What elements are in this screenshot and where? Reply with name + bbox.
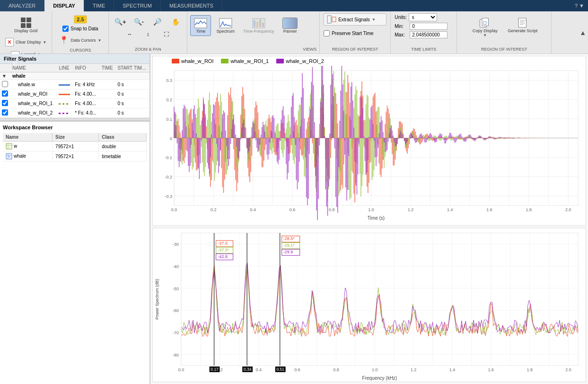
svg-rect-360	[464, 137, 464, 138]
views-section: Time Spectrum	[187, 11, 320, 54]
svg-rect-902	[203, 100, 203, 138]
svg-rect-794	[498, 138, 499, 139]
display-grid-button[interactable]: Display Grid	[12, 15, 40, 35]
svg-rect-1055	[358, 138, 358, 175]
svg-rect-1118	[421, 134, 421, 138]
svg-rect-735	[439, 138, 439, 140]
svg-rect-1147	[450, 133, 451, 138]
tab-time[interactable]: TIME	[84, 0, 114, 11]
svg-rect-1134	[437, 138, 438, 139]
collapse-button[interactable]: ▲	[578, 11, 588, 54]
signal-group-row[interactable]: ▼ whale	[0, 72, 149, 80]
max-input[interactable]	[410, 31, 448, 38]
svg-rect-1177	[481, 136, 481, 138]
pan-button[interactable]: ✋	[167, 16, 184, 27]
svg-rect-1075	[378, 138, 378, 148]
svg-rect-1095	[398, 138, 398, 139]
list-item[interactable]: whale_w_ROI_1 Fs: 4.00... 0 s	[0, 99, 149, 108]
svg-rect-763	[466, 136, 467, 138]
time-chart[interactable]: -0.3-0.2-0.100.10.20.30.00.20.40.60.81.0…	[153, 66, 586, 222]
tab-analyzer[interactable]: ANALYZER	[0, 0, 44, 11]
min-input[interactable]	[410, 23, 448, 30]
zoom-fit-button[interactable]: 🔎	[149, 16, 166, 27]
svg-rect-949	[251, 137, 251, 138]
svg-rect-803	[507, 138, 508, 139]
svg-rect-307	[410, 138, 411, 139]
svg-rect-1115	[418, 137, 419, 138]
svg-rect-1065	[368, 138, 368, 161]
svg-rect-324	[427, 134, 428, 138]
svg-rect-1119	[422, 136, 422, 138]
time-frequency-view-button[interactable]: Time-Frequency	[240, 15, 277, 36]
svg-rect-980	[282, 110, 282, 138]
svg-rect-954	[255, 138, 256, 141]
svg-rect-1088	[391, 125, 391, 138]
svg-rect-1153	[456, 138, 457, 141]
svg-rect-1191	[495, 138, 495, 140]
zoom-in-button[interactable]: 🔍+	[112, 16, 129, 27]
svg-rect-783	[487, 138, 487, 139]
svg-rect-120	[221, 138, 222, 169]
zoom-region-x-button[interactable]: ↔	[121, 29, 138, 39]
svg-rect-1143	[447, 138, 447, 141]
tab-display[interactable]: DISPLAY	[44, 0, 84, 11]
signal-checkbox[interactable]	[2, 90, 8, 97]
zoom-region-xy-button[interactable]: ⛶	[158, 29, 175, 39]
svg-rect-306	[409, 138, 410, 144]
svg-rect-126	[227, 115, 228, 138]
svg-rect-1175	[479, 135, 479, 138]
signal-checkbox[interactable]	[2, 100, 8, 106]
tab-spectrum[interactable]: SPECTRUM	[114, 0, 161, 11]
svg-rect-1168	[472, 137, 472, 138]
svg-rect-150	[252, 138, 252, 156]
link-time-checkbox[interactable]	[12, 61, 18, 67]
signal-checkbox[interactable]	[2, 109, 8, 116]
svg-rect-402	[506, 137, 507, 138]
svg-rect-156	[257, 112, 258, 138]
svg-point-23	[8, 155, 10, 157]
zoom-out-button[interactable]: 🔍-	[130, 16, 147, 27]
svg-text:2.0: 2.0	[565, 207, 571, 212]
time-view-button[interactable]: Time	[190, 15, 211, 36]
panner-view-button[interactable]: Panner	[279, 15, 301, 36]
svg-rect-1054	[357, 138, 357, 195]
svg-rect-673	[376, 125, 376, 138]
svg-rect-205	[307, 122, 307, 138]
tab-measurements[interactable]: MEASUREMENTS	[161, 0, 222, 11]
units-select[interactable]: s ms	[409, 13, 437, 21]
svg-rect-570	[272, 138, 272, 154]
spectrum-view-button[interactable]: Spectrum	[213, 15, 238, 36]
svg-rect-272	[375, 93, 375, 138]
svg-rect-361	[465, 137, 465, 138]
help-button[interactable]: ? ▼	[571, 0, 588, 11]
spectrum-chart[interactable]: -80-70-60-50-40-300.00.20.40.60.81.01.21…	[153, 228, 586, 382]
extract-signals-button[interactable]: Extract Signals ▼	[324, 13, 386, 26]
list-item[interactable]: whale_w_ROI Fs: 4.00... 0 s	[0, 89, 149, 99]
svg-rect-508	[209, 92, 210, 138]
svg-rect-1014	[316, 138, 316, 211]
svg-rect-356	[459, 138, 460, 140]
table-row[interactable]: w 79572×1 double	[3, 142, 147, 152]
list-item[interactable]: whale_w_ROI_2 * Fs: 4.0... 0 s	[0, 108, 149, 118]
svg-rect-1070	[373, 124, 373, 138]
svg-text:-40: -40	[173, 264, 179, 269]
svg-rect-1123	[426, 138, 427, 142]
svg-rect-1206	[510, 137, 510, 138]
copy-display-button[interactable]: Copy Display ▼	[468, 15, 501, 39]
preserve-start-checkbox[interactable]	[324, 30, 330, 36]
svg-rect-730	[433, 136, 434, 138]
table-row[interactable]: whale 79572×1 timetable	[3, 152, 147, 161]
signal-checkbox[interactable]	[2, 81, 8, 87]
svg-text:0.0: 0.0	[178, 367, 184, 372]
svg-rect-172	[274, 138, 274, 153]
clear-display-button[interactable]: ✕ Clear Display ▼	[3, 36, 49, 48]
list-item[interactable]: whale.w Fs: 4 kHz 0 s	[0, 80, 149, 89]
svg-rect-79	[180, 133, 180, 138]
snap-to-data-checkbox[interactable]	[62, 26, 69, 32]
svg-rect-884	[185, 107, 185, 138]
generate-script-button[interactable]: Generate Script	[505, 15, 540, 35]
zoom-region-y-button[interactable]: ↕	[140, 29, 157, 39]
svg-rect-1166	[470, 134, 470, 138]
data-cursors-button[interactable]: 📍 Data Cursors ▼	[57, 34, 104, 47]
svg-rect-977	[279, 138, 279, 160]
